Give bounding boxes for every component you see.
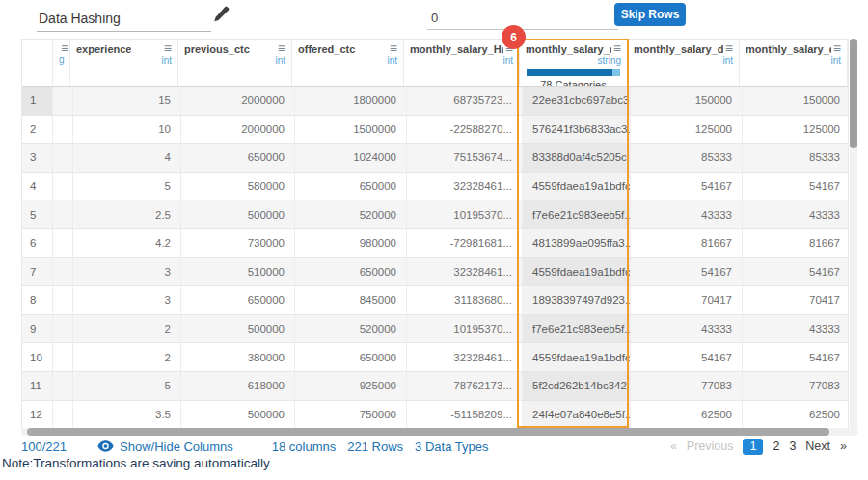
column-header-experience[interactable]: experience≡int (70, 40, 178, 86)
table-cell[interactable]: 5f2cd262b14bc342... (523, 372, 631, 400)
table-cell[interactable]: 650000 (181, 286, 295, 314)
column-header-offered_ctc[interactable]: offered_ctc≡int (292, 40, 404, 86)
table-cell[interactable]: 62500 (743, 401, 849, 429)
column-header-previous_ctc[interactable]: previous_ctc≡int (178, 40, 292, 86)
table-cell[interactable]: 5 (73, 372, 181, 400)
table-cell[interactable]: 650000 (295, 258, 407, 286)
table-cell[interactable] (53, 315, 73, 343)
table-cell[interactable]: 3 (73, 286, 181, 314)
table-cell[interactable]: 70417 (743, 286, 849, 314)
table-cell[interactable]: 500000 (181, 401, 295, 429)
pagination-page-3[interactable]: 3 (789, 440, 796, 453)
table-cell[interactable]: 83388d0af4c5205c... (523, 144, 631, 172)
table-cell[interactable]: 1500000 (295, 116, 407, 144)
row-number-header[interactable] (22, 40, 53, 86)
table-cell[interactable]: 32328461... (407, 258, 523, 286)
vertical-scrollbar-track[interactable] (850, 39, 857, 436)
table-cell[interactable]: 54167 (631, 173, 743, 200)
table-cell[interactable]: 68735723... (407, 87, 523, 115)
column-menu-icon[interactable]: ≡ (833, 43, 841, 54)
table-cell[interactable]: 3 (73, 258, 181, 286)
table-cell[interactable]: 85333 (631, 144, 743, 172)
table-cell[interactable]: 4.2 (73, 229, 181, 257)
table-cell[interactable]: 125000 (743, 116, 849, 144)
edit-pencil-icon[interactable] (212, 6, 230, 23)
table-cell[interactable]: 5 (73, 173, 181, 200)
table-cell[interactable]: 32328461... (407, 343, 523, 371)
table-cell[interactable]: -72981681... (407, 229, 523, 257)
table-cell[interactable]: 10 (73, 116, 181, 144)
skip-rows-button[interactable]: Skip Rows (614, 3, 686, 26)
column-menu-icon[interactable]: ≡ (61, 43, 68, 54)
table-cell[interactable]: 81667 (631, 229, 743, 257)
table-cell[interactable] (53, 286, 73, 314)
table-cell[interactable]: 730000 (181, 229, 295, 257)
table-cell[interactable]: 22ee31cbc697abc3... (523, 87, 631, 115)
table-cell[interactable]: 54167 (743, 343, 849, 371)
table-cell[interactable]: 43333 (631, 315, 743, 343)
table-cell[interactable]: 580000 (181, 173, 295, 200)
table-cell[interactable]: 70417 (631, 286, 743, 314)
table-cell[interactable]: -22588270... (407, 116, 523, 144)
horizontal-scrollbar-track[interactable] (21, 428, 858, 436)
table-cell[interactable]: 24f4e07a840e8e5f... (523, 401, 631, 429)
table-cell[interactable]: 85333 (743, 144, 849, 172)
table-cell[interactable]: 77083 (631, 372, 743, 400)
show-hide-columns-button[interactable]: Show/Hide Columns (97, 440, 233, 454)
table-cell[interactable]: 150000 (743, 87, 849, 115)
table-cell[interactable]: 980000 (295, 229, 407, 257)
table-cell[interactable]: 4559fdaea19a1bdfc... (523, 173, 631, 200)
column-header-monthly_salary_du_3[interactable]: monthly_salary_du...≡int (740, 40, 848, 86)
pagination-page-1[interactable]: 1 (743, 439, 763, 455)
row-number[interactable]: 2 (22, 116, 53, 144)
table-cell[interactable]: 500000 (181, 315, 295, 343)
table-cell[interactable]: f7e6e21c983eeb5f... (523, 315, 631, 343)
table-cell[interactable] (53, 200, 73, 228)
column-header-partial-column[interactable]: ≡g (53, 40, 70, 86)
table-cell[interactable]: 925000 (295, 372, 407, 400)
table-cell[interactable]: 510000 (181, 258, 295, 286)
column-header-monthly_salary_du_hashed[interactable]: monthly_salary_du...≡string78 Catagories (520, 40, 628, 86)
table-cell[interactable]: 4559fdaea19a1bdfc... (523, 343, 631, 371)
table-cell[interactable] (53, 87, 73, 115)
table-cell[interactable]: 54167 (743, 173, 849, 200)
table-cell[interactable]: 520000 (295, 200, 407, 228)
row-number[interactable]: 10 (22, 343, 53, 371)
table-cell[interactable]: 4813899ae095ffa3... (523, 229, 631, 257)
transformation-name-input[interactable] (37, 6, 211, 32)
column-header-monthly_salary_du_2[interactable]: monthly_salary_du...≡int (628, 40, 740, 86)
row-number[interactable]: 4 (22, 173, 53, 200)
table-cell[interactable]: 54167 (631, 343, 743, 371)
table-cell[interactable]: 4 (73, 144, 181, 172)
vertical-scrollbar-thumb[interactable] (850, 39, 857, 148)
table-cell[interactable]: 500000 (181, 200, 295, 228)
table-cell[interactable]: 77083 (743, 372, 849, 400)
row-number[interactable]: 12 (22, 401, 53, 429)
table-cell[interactable]: 520000 (295, 315, 407, 343)
row-number[interactable]: 11 (22, 372, 53, 400)
column-menu-icon[interactable]: ≡ (725, 43, 733, 54)
table-cell[interactable]: 15 (73, 87, 181, 115)
table-cell[interactable]: 2 (73, 315, 181, 343)
row-number[interactable]: 3 (22, 144, 53, 172)
row-number[interactable]: 8 (22, 286, 53, 314)
table-cell[interactable]: 3.5 (73, 401, 181, 429)
table-cell[interactable]: 125000 (631, 116, 743, 144)
table-cell[interactable]: 2000000 (181, 87, 295, 115)
table-cell[interactable]: -51158209... (407, 401, 523, 429)
table-cell[interactable]: 54167 (743, 258, 849, 286)
pagination-page-2[interactable]: 2 (773, 440, 779, 453)
table-cell[interactable] (53, 258, 73, 286)
table-cell[interactable]: 10195370... (407, 315, 523, 343)
column-menu-icon[interactable]: ≡ (390, 43, 397, 54)
table-cell[interactable]: 1024000 (295, 144, 407, 172)
table-cell[interactable] (53, 372, 73, 400)
horizontal-scrollbar-thumb[interactable] (27, 428, 829, 436)
table-cell[interactable]: 43333 (743, 200, 849, 228)
row-number[interactable]: 1 (22, 87, 53, 115)
table-cell[interactable]: 18938397497d923... (523, 286, 631, 314)
table-cell[interactable]: 4559fdaea19a1bdfc... (523, 258, 631, 286)
skip-rows-input[interactable] (427, 6, 618, 30)
table-cell[interactable] (53, 144, 73, 172)
table-cell[interactable]: 31183680... (407, 286, 523, 314)
